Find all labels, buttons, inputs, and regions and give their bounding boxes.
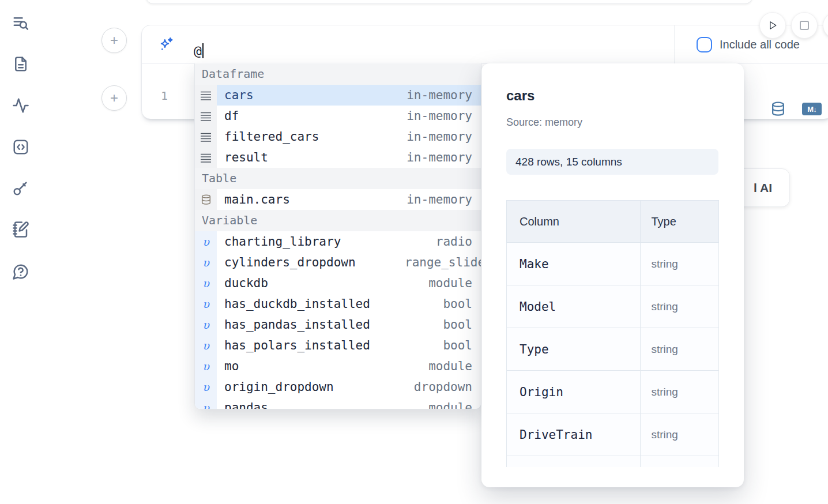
autocomplete-item[interactable]: υcharting_libraryradio [195,231,481,252]
autocomplete-dropdown: Dataframecarsin-memorydfin-memoryfiltere… [194,63,481,409]
markdown-cell-button[interactable]: M↓ [802,103,822,115]
item-type: bool [443,338,472,352]
column-type-cell: string [641,413,719,456]
text-cursor [202,43,204,58]
table-database-icon [201,194,211,205]
column-name-cell: Make [507,243,641,285]
schema-row: Makestring [507,243,719,285]
item-type: in-memory [407,193,472,206]
activity-icon[interactable] [12,96,30,115]
table-icon-gutter [195,189,217,210]
stop-button[interactable] [792,13,817,38]
autocomplete-item[interactable]: υcylinders_dropdownrange_slider [195,252,481,273]
schema-row: Typestring [507,328,719,371]
autocomplete-item[interactable]: main.carsin-memory [195,189,481,210]
variable-icon: υ [202,256,209,269]
autocomplete-item[interactable]: υorigin_dropdowndropdown [195,377,481,397]
include-all-code-checkbox[interactable] [697,37,712,52]
variable-icon: υ [202,360,209,373]
autocomplete-item[interactable]: dfin-memory [195,106,481,126]
column-type-cell: string [641,243,719,285]
autocomplete-item[interactable]: carsin-memory [195,85,481,106]
preview-source: Source: memory [506,116,582,129]
item-name: main.cars [217,193,290,206]
schema-table: Column Type MakestringModelstringTypestr… [506,200,719,467]
item-name: mo [217,359,239,373]
preview-shape-badge: 428 rows, 15 columns [506,149,718,175]
type-header: Type [641,201,719,243]
autocomplete-item[interactable]: υhas_polars_installedbool [195,335,481,356]
item-name: result [217,151,268,164]
column-name-cell: Origin [507,371,641,413]
add-cell-button-bottom[interactable]: + [101,85,127,111]
variable-icon-gutter: υ [195,397,217,409]
dataframe-icon [201,91,211,100]
sql-cell-button[interactable] [770,100,786,118]
dataframe-preview-panel: cars Source: memory 428 rows, 15 columns… [481,63,744,487]
list-search-icon[interactable] [12,14,30,32]
database-icon [770,100,786,118]
previous-cell-fragment [145,0,753,4]
autocomplete-list: Dataframecarsin-memorydfin-memoryfiltere… [195,63,481,409]
code-square-icon[interactable] [12,138,30,156]
help-bubble-icon[interactable] [12,262,30,281]
dataframe-icon [201,153,211,163]
ai-prompt-row[interactable]: @ Include all code [142,25,828,64]
item-type: range_slider [405,255,481,269]
item-name: has_polars_installed [217,338,370,352]
item-name: df [217,109,239,123]
item-name: has_pandas_installed [217,318,370,332]
run-button[interactable] [760,13,785,38]
include-all-code-label: Include all code [720,38,800,51]
item-name: has_duckdb_installed [217,297,370,311]
variable-icon-gutter: υ [195,231,217,252]
item-type: bool [443,297,472,311]
variable-icon: υ [202,298,209,310]
dataframe-icon-gutter [195,126,217,147]
key-icon[interactable] [12,179,30,197]
column-type-cell: string [641,371,719,413]
variable-icon-gutter: υ [195,356,217,377]
variable-icon: υ [202,381,209,393]
variable-icon-gutter: υ [195,273,217,294]
item-type: in-memory [407,151,472,164]
autocomplete-item[interactable]: υpandasmodule [195,397,481,409]
add-cell-button-top[interactable]: + [101,28,127,53]
ai-prompt-input[interactable]: @ [194,43,204,58]
left-sidebar [0,0,40,504]
column-type-cell: string [641,328,719,371]
item-type: radio [436,235,472,249]
item-type: in-memory [407,130,472,144]
notebook-app: + + @ Include all code 1 M↓ [0,0,828,504]
variable-icon: υ [202,318,209,331]
autocomplete-item[interactable]: υhas_duckdb_installedbool [195,294,481,314]
item-type: dropdown [414,380,472,394]
item-name: cars [217,88,254,102]
item-name: pandas [217,401,268,409]
schema-header-row: Column Type [507,201,719,243]
stop-icon [799,20,810,31]
preview-title: cars [506,88,535,104]
variable-icon: υ [202,277,209,289]
variable-icon-gutter: υ [195,314,217,335]
variable-icon-gutter: υ [195,377,217,397]
dataframe-icon-gutter [195,147,217,168]
section-header: Variable [195,210,481,231]
autocomplete-item[interactable]: resultin-memory [195,147,481,168]
item-name: duckdb [217,276,268,290]
autocomplete-item[interactable]: υduckdbmodule [195,273,481,294]
column-name-cell: Type [507,328,641,371]
markdown-icon: M↓ [802,103,822,115]
notebook-pen-icon[interactable] [12,220,30,239]
schema-row: DriveTrainstring [507,413,719,456]
autocomplete-item[interactable]: υhas_pandas_installedbool [195,314,481,335]
autocomplete-item[interactable]: υmomodule [195,356,481,377]
column-type-cell: string [641,285,719,328]
variable-icon-gutter: υ [195,252,217,273]
variable-icon-gutter: υ [195,335,217,356]
schema-row: Modelstring [507,285,719,328]
column-name-cell: Model [507,285,641,328]
file-text-icon[interactable] [12,55,30,73]
item-name: cylinders_dropdown [217,255,356,269]
autocomplete-item[interactable]: filtered_carsin-memory [195,126,481,147]
